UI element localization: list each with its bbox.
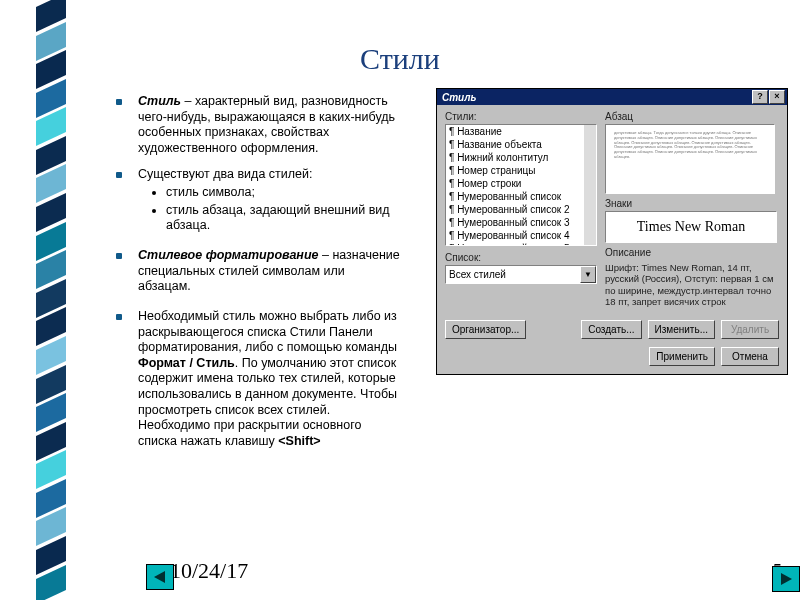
font-preview: Times New Roman (605, 211, 777, 243)
organizer-button[interactable]: Организатор... (445, 320, 526, 339)
list-item[interactable]: ¶ Нижний колонтитул (446, 151, 596, 164)
svg-marker-1 (781, 573, 792, 585)
chars-label: Знаки (605, 198, 777, 209)
svg-marker-0 (154, 571, 165, 583)
list-item[interactable]: ¶ Номер строки (446, 177, 596, 190)
arrow-right-icon (779, 572, 793, 586)
modify-button[interactable]: Изменить... (648, 320, 715, 339)
bullet-2: Существуют два вида стилей: стиль символ… (110, 167, 400, 235)
description-text: Шрифт: Times New Roman, 14 пт, русский (… (605, 260, 775, 308)
list-item[interactable]: ¶ Нумерованный список 4 (446, 229, 596, 242)
paragraph-label: Абзац (605, 111, 777, 122)
shift-key: <Shift> (278, 434, 320, 448)
side-ribbon (36, 0, 66, 600)
close-icon[interactable]: × (769, 90, 785, 104)
list-item[interactable]: ¶ Нумерованный список 3 (446, 216, 596, 229)
cancel-button[interactable]: Отмена (721, 347, 779, 366)
bullet-4: Необходимый стиль можно выбрать либо из … (110, 309, 400, 450)
list-item[interactable]: ¶ Номер страницы (446, 164, 596, 177)
list-item[interactable]: ¶ Нумерованный список (446, 190, 596, 203)
next-slide-button[interactable] (772, 566, 800, 592)
list-item[interactable]: ¶ Название объекта (446, 138, 596, 151)
styles-listbox[interactable]: ¶ Название¶ Название объекта¶ Нижний кол… (445, 124, 597, 246)
bullet-4-p1: Необходимый стиль можно выбрать либо из … (138, 309, 397, 354)
bullet-1: Стиль – характерный вид, разновидность ч… (110, 94, 400, 157)
menu-command: Формат / Стиль (138, 356, 235, 370)
bullet-2-sub2: стиль абзаца, задающий внешний вид абзац… (166, 203, 400, 234)
slide-body: Стиль – характерный вид, разновидность ч… (110, 94, 400, 460)
list-item[interactable]: ¶ Нумерованный список 2 (446, 203, 596, 216)
list-item[interactable]: ¶ Нумерованный список 5 (446, 242, 596, 246)
help-icon[interactable]: ? (752, 90, 768, 104)
listbox-scrollbar[interactable] (584, 125, 596, 245)
dialog-titlebar: Стиль ? × (437, 89, 787, 105)
bullet-2-lead: Существуют два вида стилей: (138, 167, 312, 181)
dialog-title: Стиль (439, 92, 751, 103)
bullet-2-sub1: стиль символа; (166, 185, 400, 201)
bullet-3: Стилевое форматирование – назначение спе… (110, 248, 400, 295)
term-formatting: Стилевое форматирование (138, 248, 319, 262)
chevron-down-icon: ▼ (580, 266, 596, 283)
term-style: Стиль (138, 94, 181, 108)
list-filter-dropdown[interactable]: Всех стилей ▼ (445, 265, 597, 284)
footer-date: 10/24/17 (170, 558, 248, 584)
delete-button[interactable]: Удалить (721, 320, 779, 339)
list-label: Список: (445, 252, 595, 263)
new-button[interactable]: Создать... (581, 320, 641, 339)
dropdown-value: Всех стилей (446, 269, 580, 280)
style-dialog: Стиль ? × Стили: ¶ Название¶ Название об… (436, 88, 788, 375)
list-item[interactable]: ¶ Название (446, 125, 596, 138)
prev-slide-button[interactable] (146, 564, 174, 590)
apply-button[interactable]: Применить (649, 347, 715, 366)
page-title: Стили (0, 42, 800, 76)
styles-label: Стили: (445, 111, 595, 122)
paragraph-preview: допустимые абзацы. Тогда допускаются тол… (605, 124, 775, 194)
description-label: Описание (605, 247, 777, 258)
arrow-left-icon (153, 570, 167, 584)
